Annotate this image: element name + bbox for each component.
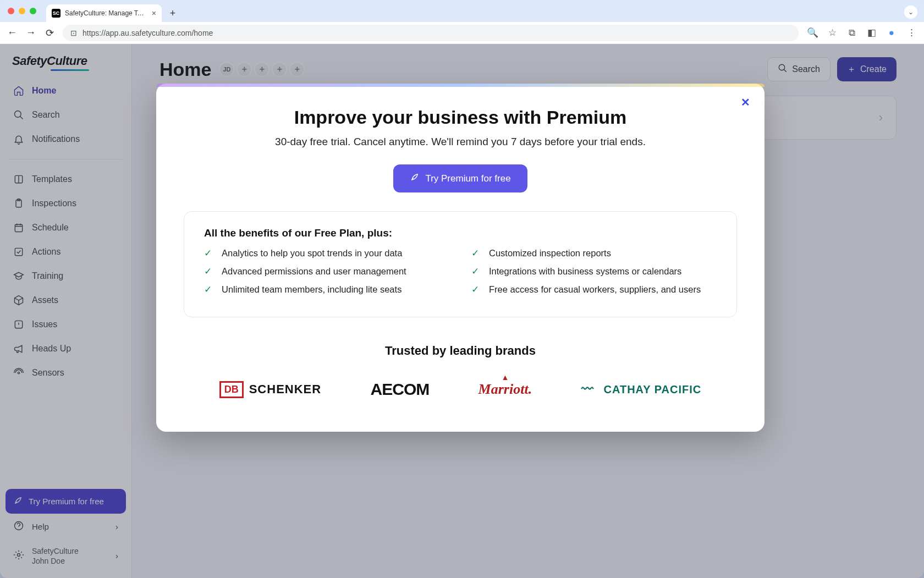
benefit-text: Unlimited team members, including lite s… xyxy=(222,284,402,295)
profile-icon[interactable]: ● xyxy=(886,27,898,38)
brand-logos: DB SCHENKER AECOM Marriott. CATHAY PACIF… xyxy=(184,380,737,399)
benefit-text: Analytics to help you spot trends in you… xyxy=(222,248,402,258)
browser-tabbar: SC SafetyCulture: Manage Teams and... × … xyxy=(0,0,924,22)
benefit-text: Customized inspection reports xyxy=(489,248,611,258)
brand-marriott: Marriott. xyxy=(479,381,532,398)
modal-title: Improve your business with Premium xyxy=(184,107,737,128)
benefits-box: All the benefits of our Free Plan, plus:… xyxy=(184,211,737,317)
check-icon: ✓ xyxy=(204,266,214,277)
close-tab-icon[interactable]: × xyxy=(152,9,156,18)
benefit-text: Free access for casual workers, supplier… xyxy=(489,284,701,295)
cta-label: Try Premium for free xyxy=(425,173,510,184)
url-text: https://app.au.safetyculture.com/home xyxy=(82,29,213,37)
brand-db-schenker: DB SCHENKER xyxy=(219,381,321,398)
check-icon: ✓ xyxy=(471,266,481,277)
close-icon[interactable]: ✕ xyxy=(741,96,750,109)
benefit-item: ✓Unlimited team members, including lite … xyxy=(204,284,449,295)
check-icon: ✓ xyxy=(204,248,214,258)
tab-title: SafetyCulture: Manage Teams and... xyxy=(65,9,147,17)
browser-addressbar: ← → ⟳ ⊡ https://app.au.safetyculture.com… xyxy=(0,22,924,44)
url-input[interactable]: ⊡ https://app.au.safetyculture.com/home xyxy=(63,25,799,41)
brand-aecom: AECOM xyxy=(371,380,430,399)
check-icon: ✓ xyxy=(471,284,481,295)
premium-modal: ✕ Improve your business with Premium 30-… xyxy=(156,84,765,432)
rocket-icon xyxy=(410,172,420,185)
benefits-heading: All the benefits of our Free Plan, plus: xyxy=(204,227,717,239)
new-tab-button[interactable]: + xyxy=(165,5,180,21)
window-controls xyxy=(8,0,43,22)
browser-tab[interactable]: SC SafetyCulture: Manage Teams and... × xyxy=(46,4,162,22)
try-premium-cta[interactable]: Try Premium for free xyxy=(393,164,527,192)
brand-cathay: CATHAY PACIFIC xyxy=(581,382,702,397)
trusted-heading: Trusted by leading brands xyxy=(184,344,737,358)
maximize-window-icon[interactable] xyxy=(30,8,36,14)
benefit-item: ✓Customized inspection reports xyxy=(471,248,717,258)
back-icon[interactable]: ← xyxy=(7,27,18,38)
reload-icon[interactable]: ⟳ xyxy=(44,27,55,39)
minimize-window-icon[interactable] xyxy=(19,8,25,14)
close-window-icon[interactable] xyxy=(8,8,14,14)
menu-icon[interactable]: ⋮ xyxy=(905,27,917,38)
browser-window: SC SafetyCulture: Manage Teams and... × … xyxy=(0,0,924,578)
modal-subtitle: 30-day free trial. Cancel anytime. We'll… xyxy=(184,136,737,148)
benefit-item: ✓Integrations with business systems or c… xyxy=(471,266,717,277)
benefit-item: ✓Free access for casual workers, supplie… xyxy=(471,284,717,295)
check-icon: ✓ xyxy=(471,248,481,258)
zoom-icon[interactable]: 🔍 xyxy=(806,27,818,38)
benefit-text: Integrations with business systems or ca… xyxy=(489,266,681,277)
check-icon: ✓ xyxy=(204,284,214,295)
tab-favicon: SC xyxy=(52,9,61,18)
sidepanel-icon[interactable]: ◧ xyxy=(866,27,878,38)
db-logo-box: DB xyxy=(219,381,244,398)
site-info-icon[interactable]: ⊡ xyxy=(70,29,77,37)
db-logo-text: SCHENKER xyxy=(249,382,321,397)
tabs-overflow-icon[interactable]: ⌄ xyxy=(904,5,917,19)
benefit-text: Advanced permissions and user management xyxy=(222,266,406,277)
benefit-item: ✓Advanced permissions and user managemen… xyxy=(204,266,449,277)
benefits-grid: ✓Analytics to help you spot trends in yo… xyxy=(204,248,717,295)
extensions-icon[interactable]: ⧉ xyxy=(846,27,858,38)
forward-icon[interactable]: → xyxy=(25,27,36,38)
bookmark-icon[interactable]: ☆ xyxy=(826,27,838,38)
benefit-item: ✓Analytics to help you spot trends in yo… xyxy=(204,248,449,258)
